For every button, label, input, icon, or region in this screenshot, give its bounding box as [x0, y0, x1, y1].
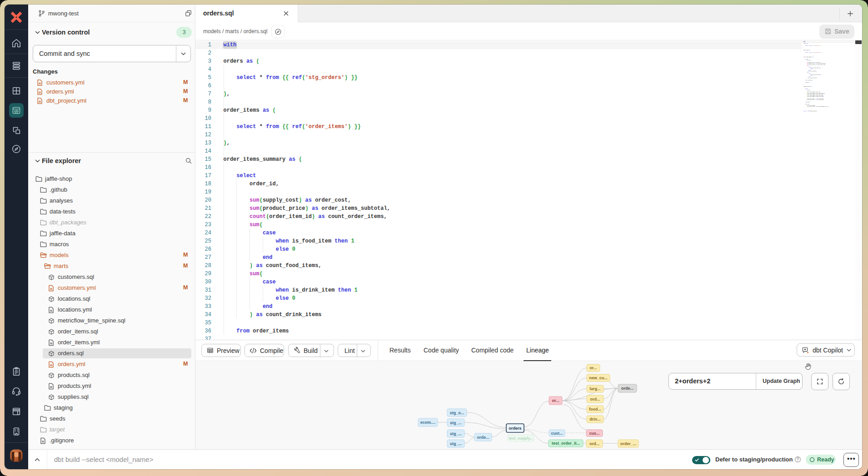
svg-text:stg_...: stg_...	[450, 431, 462, 436]
svg-text:ord...: ord...	[589, 441, 599, 446]
svg-text:cust...: cust...	[551, 431, 563, 436]
svg-text:larg...: larg...	[589, 387, 600, 391]
svg-text:ecom....: ecom....	[420, 420, 436, 425]
svg-text:food...: food...	[589, 407, 601, 412]
svg-text:orde...: orde...	[477, 435, 489, 440]
svg-text:drin...: drin...	[589, 417, 601, 421]
svg-text:orders: orders	[509, 426, 521, 431]
svg-text:test_supply...: test_supply...	[509, 436, 533, 441]
svg-text:stg_...: stg_...	[450, 441, 462, 446]
svg-text:orde...: orde...	[621, 386, 634, 391]
svg-text:ord...: ord...	[590, 397, 600, 402]
svg-text:order_...: order_...	[620, 441, 637, 446]
svg-text:new_cu...: new_cu...	[589, 376, 608, 380]
svg-text:test_order_it...: test_order_it...	[552, 441, 580, 446]
svg-text:cus...: cus...	[589, 431, 599, 436]
svg-text:or...: or...	[552, 398, 559, 403]
svg-text:or...: or...	[589, 366, 597, 370]
svg-text:stg_o...: stg_o...	[450, 411, 464, 415]
svg-text:stg_...: stg_...	[450, 421, 462, 425]
